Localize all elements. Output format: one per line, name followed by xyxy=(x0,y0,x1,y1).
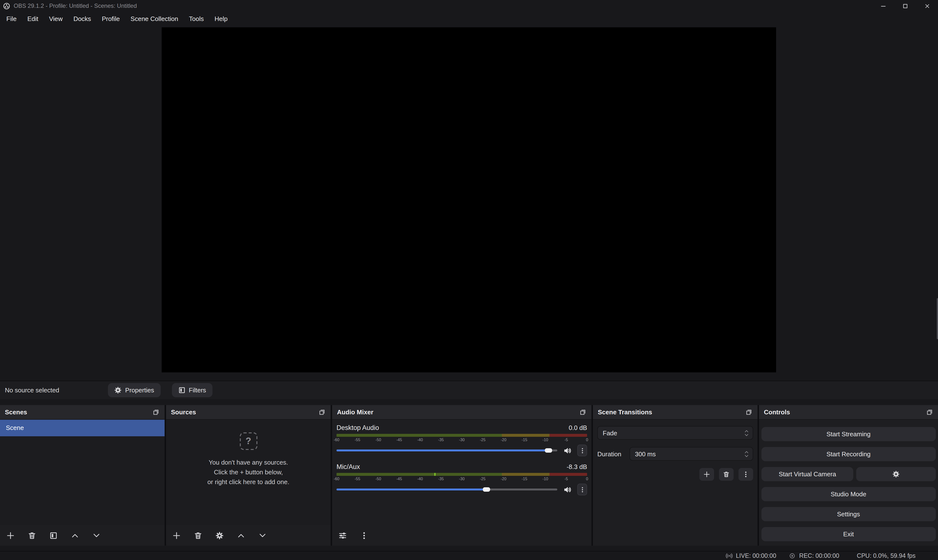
live-time: LIVE: 00:00:00 xyxy=(736,552,776,559)
scene-filters-icon[interactable] xyxy=(49,531,58,540)
spinner-down-icon[interactable] xyxy=(744,455,749,457)
meter-tick-label: 0 xyxy=(586,438,588,442)
studio-mode-button[interactable]: Studio Mode xyxy=(761,487,936,501)
source-properties-gear-icon[interactable] xyxy=(215,531,224,540)
scene-transitions-dock-title: Scene Transitions xyxy=(598,408,652,416)
transition-select[interactable]: Fade xyxy=(597,426,753,440)
popout-icon[interactable] xyxy=(153,408,160,416)
obs-main-window: OBS 29.1.2 - Profile: Untitled - Scenes:… xyxy=(0,0,938,560)
sources-empty-line: or right click here to add one. xyxy=(207,477,289,487)
settings-button[interactable]: Settings xyxy=(761,507,936,521)
meter-tick-label: -60 xyxy=(333,477,339,481)
remove-transition-button[interactable] xyxy=(719,468,734,481)
scenes-dock-header: Scenes xyxy=(0,405,165,420)
volume-slider[interactable] xyxy=(336,489,557,491)
source-toolbar: No source selected Properties Filters xyxy=(0,381,938,399)
mixer-channel-desktop-audio: Desktop Audio 0.0 dB -60-55-50-45-40-35-… xyxy=(336,423,587,457)
advanced-audio-properties-icon[interactable] xyxy=(338,531,347,540)
menu-profile[interactable]: Profile xyxy=(96,13,125,25)
title-bar: OBS 29.1.2 - Profile: Untitled - Scenes:… xyxy=(0,0,938,12)
meter-tick-label: -40 xyxy=(417,438,423,442)
speaker-icon[interactable] xyxy=(563,485,571,494)
scenes-toolbar xyxy=(0,525,165,546)
meter-scale: -60-55-50-45-40-35-30-25-20-15-10-50 xyxy=(336,437,587,443)
properties-label: Properties xyxy=(125,386,154,394)
move-scene-up-icon[interactable] xyxy=(71,531,79,540)
move-source-down-icon[interactable] xyxy=(258,531,267,540)
move-scene-down-icon[interactable] xyxy=(92,531,100,540)
minimize-icon xyxy=(880,3,886,9)
channel-options-button[interactable] xyxy=(577,484,587,495)
exit-button[interactable]: Exit xyxy=(761,527,936,541)
popout-icon[interactable] xyxy=(579,408,586,416)
meter-tick-label: -55 xyxy=(355,477,360,481)
start-streaming-button[interactable]: Start Streaming xyxy=(761,427,936,441)
mixer-options-kebab-icon[interactable] xyxy=(360,531,368,540)
spinner-up-icon[interactable] xyxy=(744,451,749,453)
rec-status: REC: 00:00:00 xyxy=(789,552,839,559)
meter-tick-label: -10 xyxy=(542,438,548,442)
start-virtual-camera-button[interactable]: Start Virtual Camera xyxy=(761,467,853,481)
slider-fill xyxy=(336,489,487,491)
add-source-icon[interactable] xyxy=(173,531,181,540)
menu-view[interactable]: View xyxy=(44,13,68,25)
speaker-icon[interactable] xyxy=(563,446,571,455)
spinner-down-icon[interactable] xyxy=(744,434,749,436)
sources-empty-message: You don't have any sources. Click the + … xyxy=(207,458,289,487)
start-recording-button[interactable]: Start Recording xyxy=(761,447,936,461)
menu-edit[interactable]: Edit xyxy=(22,13,44,25)
menu-help[interactable]: Help xyxy=(209,13,233,25)
controls-body: Start Streaming Start Recording Start Vi… xyxy=(759,420,938,544)
meter-tick-label: -45 xyxy=(396,438,402,442)
move-source-up-icon[interactable] xyxy=(237,531,245,540)
slider-handle[interactable] xyxy=(545,448,552,452)
maximize-button[interactable] xyxy=(894,0,916,12)
window-title: OBS 29.1.2 - Profile: Untitled - Scenes:… xyxy=(14,2,137,9)
volume-slider[interactable] xyxy=(336,449,557,451)
audio-mixer-dock: Audio Mixer Desktop Audio 0.0 dB -60-55-… xyxy=(332,405,591,546)
preview-canvas[interactable] xyxy=(162,27,776,372)
popout-icon[interactable] xyxy=(926,408,933,416)
controls-dock: Controls Start Streaming Start Recording… xyxy=(759,405,938,546)
slider-handle[interactable] xyxy=(483,487,491,492)
audio-mixer-dock-title: Audio Mixer xyxy=(337,408,373,416)
sources-dock: Sources ? You don't have any sources. Cl… xyxy=(166,405,331,546)
duration-spinbox[interactable]: 300 ms xyxy=(629,447,753,461)
menu-scene-collection[interactable]: Scene Collection xyxy=(125,13,184,25)
question-icon: ? xyxy=(239,432,257,450)
meter-tick-label: -35 xyxy=(438,438,444,442)
close-button[interactable] xyxy=(916,0,938,12)
popout-icon[interactable] xyxy=(318,408,326,416)
add-transition-button[interactable] xyxy=(699,468,714,481)
virtual-camera-settings-button[interactable] xyxy=(856,467,936,481)
spinner-up-icon[interactable] xyxy=(744,430,749,432)
scenes-list[interactable]: Scene xyxy=(0,420,165,525)
audio-mixer-dock-header: Audio Mixer xyxy=(332,405,591,420)
transition-properties-button[interactable] xyxy=(739,468,753,481)
scene-list-item[interactable]: Scene xyxy=(0,420,165,436)
window-edge-scrollbar[interactable] xyxy=(936,298,938,339)
menu-file[interactable]: File xyxy=(1,13,22,25)
meter-tick-label: -15 xyxy=(521,477,527,481)
sources-list[interactable]: ? You don't have any sources. Click the … xyxy=(166,420,331,525)
menu-tools[interactable]: Tools xyxy=(184,13,209,25)
channel-header: Desktop Audio 0.0 dB xyxy=(336,423,587,432)
controls-dock-title: Controls xyxy=(764,408,790,416)
properties-button[interactable]: Properties xyxy=(108,383,161,397)
source-status-label: No source selected xyxy=(5,386,59,394)
remove-source-icon[interactable] xyxy=(194,531,202,540)
add-scene-icon[interactable] xyxy=(6,531,15,540)
channel-options-button[interactable] xyxy=(577,445,587,456)
menu-docks[interactable]: Docks xyxy=(68,13,96,25)
slider-fill xyxy=(336,449,549,451)
trash-icon xyxy=(723,471,730,478)
live-status: LIVE: 00:00:00 xyxy=(725,552,776,559)
meter-tick-label: -25 xyxy=(480,477,486,481)
meter-tick-label: -5 xyxy=(565,477,568,481)
filters-button[interactable]: Filters xyxy=(172,383,213,397)
mixer-toolbar xyxy=(332,525,591,546)
plus-icon xyxy=(704,471,710,478)
minimize-button[interactable] xyxy=(872,0,894,12)
remove-scene-icon[interactable] xyxy=(28,531,36,540)
popout-icon[interactable] xyxy=(745,408,753,416)
